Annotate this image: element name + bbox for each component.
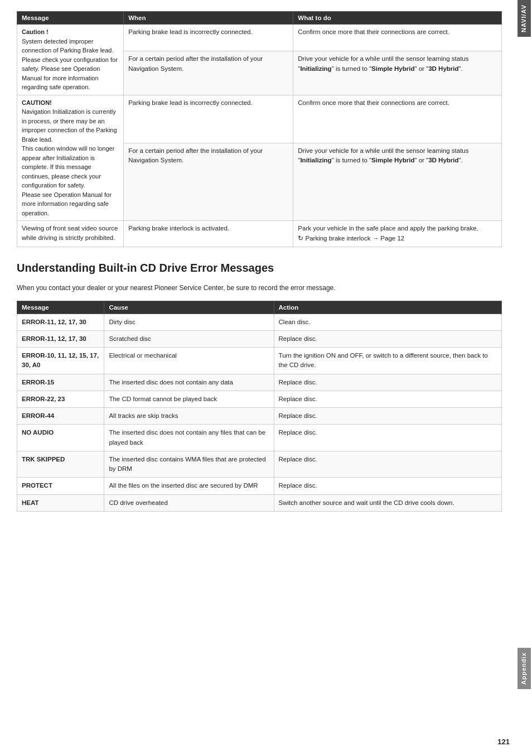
page-number: 121 <box>497 738 510 746</box>
bottom-table-message-4: ERROR-22, 23 <box>17 391 104 407</box>
bottom-error-table: Message Cause Action ERROR-11, 12, 17, 3… <box>17 301 502 512</box>
bottom-table-message-7: TRK SKIPPED <box>17 451 104 478</box>
bottom-table-message-5: ERROR-44 <box>17 408 104 425</box>
bottom-table-action-9: Switch another source and wait until the… <box>274 494 501 511</box>
table-row: NO AUDIOThe inserted disc does not conta… <box>17 425 502 451</box>
bottom-table-cause-0: Dirty disc <box>104 314 274 330</box>
bottom-table-cause-1: Scratched disc <box>104 330 274 347</box>
bottom-table-action-1: Replace disc. <box>274 330 501 347</box>
table-row: ERROR-11, 12, 17, 30Scratched discReplac… <box>17 330 502 347</box>
top-table-message-1: Caution ! System detected improper conne… <box>17 25 124 95</box>
table-row: ERROR-44All tracks are skip tracksReplac… <box>17 408 502 425</box>
section-heading: Understanding Built-in CD Drive Error Me… <box>17 261 502 275</box>
top-table-what-1b: Drive your vehicle for a while until the… <box>293 51 502 95</box>
bottom-table-action-7: Replace disc. <box>274 451 501 478</box>
top-table-what-1a: Confirm once more that their connections… <box>293 25 502 51</box>
bottom-table-action-8: Replace disc. <box>274 478 501 494</box>
bottom-table-cause-4: The CD format cannot be played back <box>104 391 274 407</box>
bottom-table-message-6: NO AUDIO <box>17 425 104 451</box>
top-table-what-2a: Confirm once more that their connections… <box>293 95 502 143</box>
bottom-table-message-8: PROTECT <box>17 478 104 494</box>
table-row: ERROR-15The inserted disc does not conta… <box>17 374 502 391</box>
table-row: Viewing of front seat video source while… <box>17 221 502 247</box>
table-row: TRK SKIPPEDThe inserted disc contains WM… <box>17 451 502 478</box>
top-table-when-1b: For a certain period after the installat… <box>124 51 293 95</box>
bottom-table-action-4: Replace disc. <box>274 391 501 407</box>
bottom-table-action-5: Replace disc. <box>274 408 501 425</box>
bottom-table-header-message: Message <box>17 301 104 314</box>
bottom-table-message-3: ERROR-15 <box>17 374 104 391</box>
top-table-when-1a: Parking brake lead is incorrectly connec… <box>124 25 293 51</box>
bottom-table-action-2: Turn the ignition ON and OFF, or switch … <box>274 348 501 374</box>
section-intro: When you contact your dealer or your nea… <box>17 283 502 293</box>
table-row: CAUTION! Navigation Initialization is cu… <box>17 95 502 143</box>
top-table-header-message: Message <box>17 12 124 25</box>
bottom-table-cause-3: The inserted disc does not contain any d… <box>104 374 274 391</box>
table-row: HEATCD drive overheatedSwitch another so… <box>17 494 502 511</box>
bottom-table-message-9: HEAT <box>17 494 104 511</box>
top-table-when-2b: For a certain period after the installat… <box>124 143 293 220</box>
bottom-table-cause-8: All the files on the inserted disc are s… <box>104 478 274 494</box>
bottom-table-header-cause: Cause <box>104 301 274 314</box>
bottom-table-action-6: Replace disc. <box>274 425 501 451</box>
top-table-when-2a: Parking brake lead is incorrectly connec… <box>124 95 293 143</box>
top-table-message-3: Viewing of front seat video source while… <box>17 221 124 247</box>
bottom-table-message-0: ERROR-11, 12, 17, 30 <box>17 314 104 330</box>
top-table-what-3: Park your vehicle in the safe place and … <box>293 221 502 247</box>
top-table-header-when: When <box>124 12 293 25</box>
bottom-table-action-0: Clean disc. <box>274 314 501 330</box>
bottom-table-message-2: ERROR-10, 11, 12, 15, 17, 30, A0 <box>17 348 104 374</box>
top-table-message-2: CAUTION! Navigation Initialization is cu… <box>17 95 124 221</box>
table-row: ERROR-11, 12, 17, 30Dirty discClean disc… <box>17 314 502 330</box>
bottom-table-cause-5: All tracks are skip tracks <box>104 408 274 425</box>
top-table-what-2b: Drive your vehicle for a while until the… <box>293 143 502 220</box>
top-table-header-what: What to do <box>293 12 502 25</box>
table-row: Caution ! System detected improper conne… <box>17 25 502 51</box>
right-tabs: NAVI/AV Appendix <box>516 0 532 756</box>
bottom-table-message-1: ERROR-11, 12, 17, 30 <box>17 330 104 347</box>
table-row: ERROR-10, 11, 12, 15, 17, 30, A0Electric… <box>17 348 502 374</box>
bottom-table-cause-9: CD drive overheated <box>104 494 274 511</box>
bottom-table-action-3: Replace disc. <box>274 374 501 391</box>
top-error-table: Message When What to do Caution ! System… <box>17 11 502 247</box>
table-row: PROTECTAll the files on the inserted dis… <box>17 478 502 494</box>
bottom-table-cause-6: The inserted disc does not contain any f… <box>104 425 274 451</box>
bottom-table-cause-2: Electrical or mechanical <box>104 348 274 374</box>
table-row: ERROR-22, 23The CD format cannot be play… <box>17 391 502 407</box>
top-table-when-3: Parking brake interlock is activated. <box>124 221 293 247</box>
tab-navi-av: NAVI/AV <box>518 0 531 37</box>
bottom-table-cause-7: The inserted disc contains WMA files tha… <box>104 451 274 478</box>
bottom-table-header-action: Action <box>274 301 501 314</box>
tab-appendix: Appendix <box>518 648 531 689</box>
